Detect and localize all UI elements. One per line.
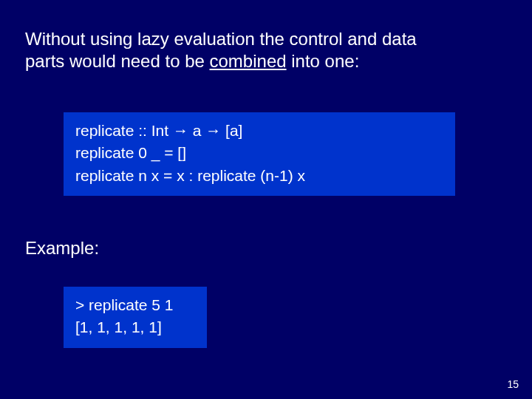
- heading-underlined: combined: [210, 51, 287, 71]
- slide: Without using lazy evaluation the contro…: [0, 0, 532, 399]
- code-block-replicate-def: replicate :: Int → a → [a] replicate 0 _…: [64, 112, 455, 196]
- page-number: 15: [507, 378, 519, 390]
- heading-line2-suffix: into one:: [287, 51, 360, 71]
- code-line: > replicate 5 1: [75, 294, 195, 316]
- slide-heading: Without using lazy evaluation the contro…: [25, 28, 466, 72]
- code-line: replicate 0 _ = []: [75, 142, 443, 164]
- code-line: replicate n x = x : replicate (n-1) x: [75, 165, 443, 187]
- example-label: Example:: [25, 238, 99, 259]
- code-block-replicate-example: > replicate 5 1 [1, 1, 1, 1, 1]: [64, 287, 207, 348]
- heading-line2-prefix: parts would need to be: [25, 51, 210, 71]
- heading-line1: Without using lazy evaluation the contro…: [25, 29, 417, 49]
- code-line: replicate :: Int → a → [a]: [75, 120, 443, 142]
- code-line: [1, 1, 1, 1, 1]: [75, 316, 195, 338]
